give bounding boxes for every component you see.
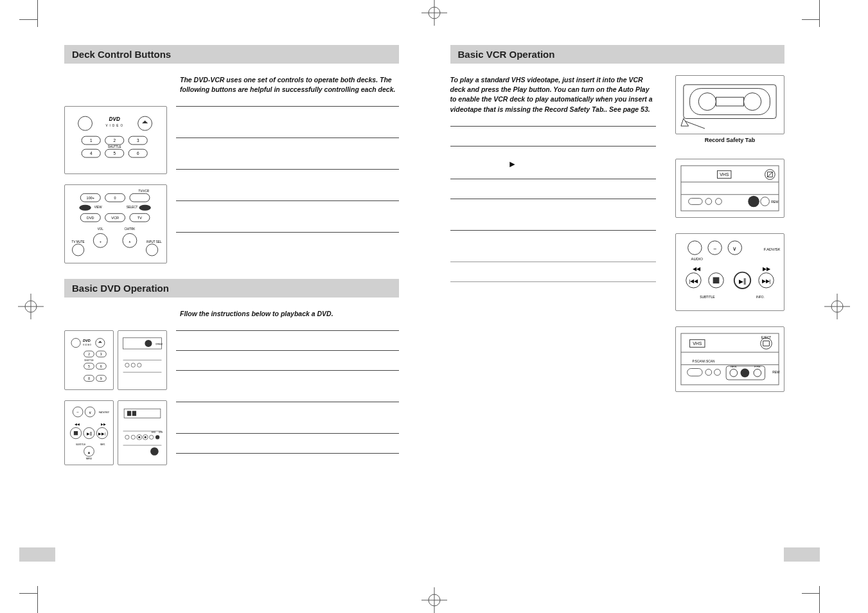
svg-text:8: 8 — [88, 377, 90, 380]
svg-rect-126 — [689, 199, 702, 205]
svg-rect-115 — [690, 89, 770, 115]
svg-text:VIEW: VIEW — [94, 206, 102, 209]
svg-text:F.FD: F.FD — [152, 431, 156, 434]
svg-text:TV MUTE: TV MUTE — [72, 240, 85, 244]
section-heading-deck-control: Deck Control Buttons — [64, 45, 399, 64]
svg-point-155 — [761, 338, 772, 350]
svg-text:VOL: VOL — [98, 227, 104, 231]
player-front-figure: OPEN/CLOSE — [118, 330, 167, 390]
svg-text:P.SCAN/I.SCAN: P.SCAN/I.SCAN — [693, 360, 716, 363]
svg-point-132 — [688, 241, 702, 254]
intro-text: Fllow the instructions below to playback… — [180, 309, 399, 319]
svg-point-129 — [748, 196, 759, 208]
svg-rect-120 — [681, 166, 779, 211]
svg-text:EJECT: EJECT — [761, 336, 771, 339]
svg-text:SUBTITLE: SUBTITLE — [76, 443, 85, 446]
svg-text:0: 0 — [114, 196, 116, 200]
svg-text:REW: REW — [771, 200, 779, 204]
svg-text:▶▶|: ▶▶| — [98, 432, 105, 436]
svg-text:◀◀: ◀◀ — [75, 423, 80, 426]
svg-text:AUDIO: AUDIO — [691, 257, 704, 261]
svg-text:◀◀: ◀◀ — [693, 266, 701, 272]
svg-rect-144 — [713, 277, 720, 283]
registration-mark-icon — [421, 0, 447, 26]
crop-mark — [19, 593, 37, 594]
svg-text:REW: REW — [772, 371, 780, 375]
svg-text:5: 5 — [88, 366, 90, 369]
svg-text:1: 1 — [90, 139, 93, 143]
svg-text:DVD: DVD — [83, 339, 91, 342]
svg-rect-88 — [74, 431, 78, 435]
svg-point-58 — [71, 339, 80, 348]
svg-text:OPEN/CLOSE: OPEN/CLOSE — [155, 343, 163, 346]
svg-text:SHUTTLE: SHUTTLE — [84, 359, 93, 362]
svg-text:▶ǁ: ▶ǁ — [87, 431, 92, 436]
left-page: Deck Control Buttons The DVD-VCR uses on… — [45, 26, 418, 587]
svg-point-102 — [125, 435, 129, 439]
svg-text:6: 6 — [100, 366, 102, 369]
svg-text:F.ADV/SKIP: F.ADV/SKIP — [764, 247, 780, 251]
player-front-figure-2: F.FDOPEN — [118, 400, 167, 465]
svg-text:−: − — [76, 410, 79, 414]
crop-mark — [802, 19, 820, 20]
svg-text:INFO.: INFO. — [756, 296, 765, 299]
svg-rect-118 — [716, 97, 744, 106]
svg-text:▶▶|: ▶▶| — [762, 278, 771, 284]
svg-text:3: 3 — [137, 139, 139, 143]
svg-text:TV/VCR: TV/VCR — [138, 190, 149, 193]
svg-text:REW: REW — [731, 365, 736, 368]
svg-text:∧: ∧ — [128, 240, 131, 244]
svg-point-103 — [131, 435, 135, 439]
cassette-figure: Record Safety Tab — [675, 75, 784, 143]
registration-mark-icon — [18, 294, 44, 319]
svg-text:2: 2 — [113, 139, 116, 143]
svg-text:−: − — [713, 245, 716, 252]
svg-rect-99 — [127, 411, 131, 416]
svg-point-113 — [150, 447, 159, 456]
vcr-front-figure-2: VHS EJECT P.SCAN/I.SCAN REW F.FW — [675, 326, 784, 392]
svg-text:▶ǁ: ▶ǁ — [739, 278, 746, 285]
section-heading-vcr-op: Basic VCR Operation — [450, 45, 785, 64]
svg-point-130 — [761, 197, 770, 206]
deck-steps-area — [176, 106, 399, 263]
svg-text:VHS: VHS — [693, 342, 702, 346]
svg-text:DVD: DVD — [109, 117, 120, 123]
svg-point-117 — [743, 93, 761, 110]
svg-point-105 — [138, 436, 140, 438]
vcr-steps-area: ► — [450, 126, 656, 282]
svg-text:5: 5 — [113, 152, 116, 156]
svg-rect-34 — [130, 193, 150, 202]
right-page: Basic VCR Operation To play a standard V… — [431, 26, 804, 587]
svg-text:F.ADV/SKIP: F.ADV/SKIP — [99, 411, 109, 414]
remote-figure-bottom: 100+ 0 TV/VCR VIEWSELECT DVD VCR TV VOLC… — [64, 184, 167, 264]
crop-mark — [819, 586, 820, 613]
section-heading-dvd-op: Basic DVD Operation — [64, 279, 399, 298]
svg-text:∨: ∨ — [89, 410, 91, 414]
remote-and-player-figure: DVD VIDEO 2 3 SHUTTLE 5 6 8 9 — [64, 330, 114, 390]
svg-text:∨: ∨ — [732, 245, 737, 252]
registration-mark-icon — [421, 587, 447, 613]
play-icon: ► — [508, 159, 517, 169]
svg-text:CH/TRK: CH/TRK — [124, 227, 135, 231]
svg-text:6: 6 — [137, 152, 139, 156]
svg-text:2: 2 — [88, 353, 90, 357]
svg-point-160 — [705, 369, 712, 376]
svg-point-76 — [125, 364, 129, 368]
svg-text:4: 4 — [90, 152, 93, 156]
remote-playback-figure: − ∨ AUDIO F.ADV/SKIP ◀◀▶▶ |◀◀ ▶ǁ ▶▶| SUB… — [675, 233, 784, 311]
svg-text:SHUTTLE: SHUTTLE — [108, 146, 121, 149]
svg-text:9: 9 — [100, 377, 102, 380]
figure-caption: Record Safety Tab — [675, 137, 784, 143]
crop-mark — [37, 586, 38, 613]
svg-point-78 — [137, 364, 141, 368]
svg-text:VHS: VHS — [720, 172, 729, 177]
svg-point-127 — [705, 199, 712, 205]
crop-mark — [819, 0, 820, 27]
svg-text:INPUT SEL.: INPUT SEL. — [146, 240, 163, 244]
crop-mark — [37, 0, 38, 27]
svg-point-38 — [139, 204, 151, 210]
svg-point-54 — [146, 244, 157, 255]
crop-mark — [19, 19, 37, 20]
svg-point-165 — [754, 369, 761, 377]
svg-text:3: 3 — [100, 353, 102, 357]
